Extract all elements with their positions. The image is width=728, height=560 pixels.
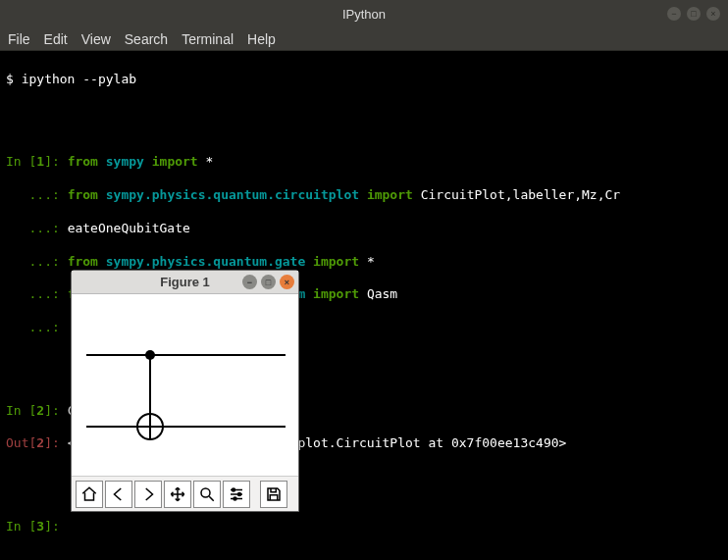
figure-close-button[interactable]: × (280, 275, 294, 289)
figure-window[interactable]: Figure 1 − □ × (71, 270, 299, 512)
code-keyword: import (152, 154, 198, 169)
menu-file[interactable]: File (8, 31, 30, 47)
menu-edit[interactable]: Edit (44, 31, 68, 47)
code-module: sympy.physics.quantum.circuitplot (106, 187, 359, 202)
zoom-icon[interactable] (193, 481, 221, 508)
back-icon[interactable] (105, 481, 132, 508)
maximize-button[interactable]: □ (687, 7, 701, 21)
figure-canvas[interactable] (72, 294, 298, 476)
close-button[interactable]: × (706, 7, 720, 21)
configure-icon[interactable] (223, 481, 250, 508)
code-keyword: import (367, 187, 413, 202)
svg-point-7 (201, 488, 210, 497)
code-keyword: from (68, 154, 98, 169)
figure-title: Figure 1 (160, 275, 210, 289)
forward-icon[interactable] (134, 481, 162, 508)
code-keyword: import (313, 254, 359, 269)
menu-view[interactable]: View (81, 31, 111, 47)
code-keyword: import (313, 286, 359, 301)
figure-toolbar (72, 476, 298, 511)
cont-prompt: ...: (6, 254, 60, 269)
code-rest: Qasm (367, 286, 397, 301)
menu-search[interactable]: Search (125, 31, 168, 47)
circuit-plot (72, 294, 300, 476)
code-rest: CircuitPlot,labeller,Mz,Cr (421, 187, 621, 202)
svg-point-3 (145, 350, 155, 360)
code-rest: eateOneQubitGate (68, 221, 190, 235)
svg-point-9 (238, 492, 241, 495)
window-title: IPython (342, 7, 386, 22)
window-controls: − □ × (667, 7, 720, 21)
out-prompt-2: Out[2]: (6, 435, 60, 450)
figure-minimize-button[interactable]: − (242, 275, 257, 289)
code-keyword: from (68, 254, 98, 269)
code-module: sympy (106, 154, 144, 169)
menubar: File Edit View Search Terminal Help (0, 27, 728, 51)
in-prompt-1: In [1]: (6, 154, 60, 169)
home-icon[interactable] (76, 481, 103, 508)
svg-point-10 (234, 497, 236, 500)
menu-help[interactable]: Help (247, 31, 276, 47)
cont-prompt: ...: (6, 187, 60, 202)
pan-icon[interactable] (164, 481, 191, 508)
cont-prompt: ...: (6, 221, 60, 235)
launch-command: ipython --pylab (22, 72, 136, 86)
code-keyword: from (68, 187, 98, 202)
code-rest: * (206, 154, 214, 169)
window-titlebar: IPython − □ × (0, 0, 728, 27)
cont-prompt: ...: (6, 286, 60, 301)
svg-point-8 (233, 488, 235, 491)
menu-terminal[interactable]: Terminal (182, 31, 234, 47)
minimize-button[interactable]: − (667, 7, 681, 21)
shell-prompt: $ (6, 72, 14, 86)
in-prompt-2: In [2]: (6, 403, 60, 418)
figure-maximize-button[interactable]: □ (261, 275, 276, 289)
figure-titlebar[interactable]: Figure 1 − □ × (72, 271, 298, 294)
in-prompt-3: In [3]: (6, 519, 60, 534)
code-rest: * (367, 254, 375, 269)
cont-prompt: ...: (6, 320, 60, 334)
save-icon[interactable] (260, 481, 287, 508)
code-module: sympy.physics.quantum.gate (106, 254, 306, 269)
figure-window-controls: − □ × (242, 275, 294, 289)
